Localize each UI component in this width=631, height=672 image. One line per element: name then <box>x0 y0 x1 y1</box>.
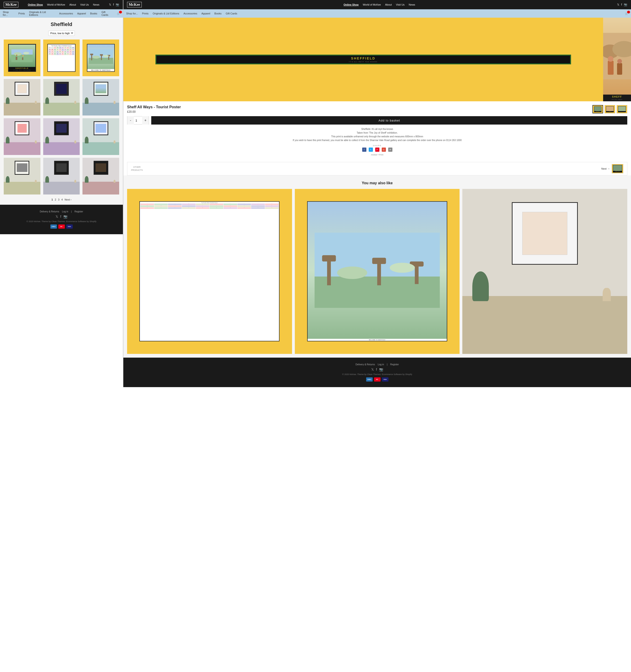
thumb-small-2[interactable]: SHEFF <box>605 105 615 113</box>
right-prints[interactable]: Prints <box>142 12 148 15</box>
svg-text:SHEFF: SHEFF <box>609 111 611 112</box>
right-facebook-icon[interactable]: f <box>621 3 622 6</box>
svg-point-16 <box>92 56 99 59</box>
share-pinterest[interactable]: P <box>375 148 380 152</box>
product-card-9[interactable] <box>82 118 119 155</box>
product-thumb-6 <box>82 79 119 116</box>
right-scroll[interactable]: SHEFFIELD IT'S ALL REYT THA KNOWS <box>123 18 631 387</box>
left-books[interactable]: Books <box>90 12 97 15</box>
hero-section: SHEFFIELD IT'S ALL REYT THA KNOWS <box>123 18 631 101</box>
left-accessories[interactable]: Accessories <box>59 12 73 15</box>
facebook-icon[interactable]: f <box>113 3 114 6</box>
left-footer-ig[interactable]: 📷 <box>64 215 67 218</box>
product-card-5[interactable] <box>43 79 80 116</box>
right-cart-icon[interactable]: 🛒0 <box>625 12 628 15</box>
may-card-2[interactable]: WELCOME TO SHEFFIELD <box>295 189 460 354</box>
right-instagram-icon[interactable]: 📷 <box>624 3 627 6</box>
next-button[interactable]: Next → SHEFFIELD <box>601 164 623 173</box>
right-shop-for[interactable]: Shop for... <box>126 12 138 15</box>
page-3[interactable]: 3 <box>58 198 59 201</box>
qty-control: - + <box>127 116 149 124</box>
sort-select[interactable]: Price, low to high <box>48 31 75 36</box>
left-nav-about[interactable]: About <box>70 3 76 6</box>
svg-rect-11 <box>90 54 93 55</box>
left-apparel[interactable]: Apparel <box>77 12 86 15</box>
svg-rect-62 <box>327 258 331 285</box>
right-delivery[interactable]: Delivery & Returns <box>356 363 375 366</box>
right-register[interactable]: Register <box>390 363 399 366</box>
left-footer-fb[interactable]: f <box>60 215 61 218</box>
thumb-small-1[interactable]: SHEFFIELD <box>592 105 603 113</box>
right-nav-world[interactable]: World of McKee <box>363 3 381 6</box>
may-card-1[interactable]: The Periodic Table of Sheffield Classics… <box>127 189 292 354</box>
left-login[interactable]: Log in <box>62 210 68 213</box>
right-gift-cards[interactable]: Gift Cards <box>225 12 237 15</box>
product-card-10[interactable] <box>4 158 41 194</box>
product-card-3[interactable]: WELCOME TO SHEFFIELD <box>82 40 119 76</box>
share-facebook[interactable]: f <box>362 148 366 152</box>
right-footer-fb[interactable]: f <box>376 367 377 371</box>
page-1[interactable]: 1 <box>52 198 53 201</box>
product-card-8[interactable] <box>43 118 80 155</box>
left-scroll[interactable]: Sheffield Price, low to high <box>0 18 123 387</box>
share-email[interactable]: ✉ <box>388 148 392 152</box>
hero-right-sub: IT'S ALL REYT <box>603 99 631 101</box>
instagram-icon[interactable]: 📷 <box>116 3 119 6</box>
product-card-2[interactable]: The Periodic Table of Sheffield Classics… <box>43 40 80 76</box>
right-footer-twitter[interactable]: 𝕏 <box>371 367 374 371</box>
qty-increase[interactable]: + <box>142 116 149 124</box>
left-footer-twitter[interactable]: 𝕏 <box>55 215 58 218</box>
add-to-basket-button[interactable]: Add to basket <box>151 116 627 124</box>
page-4[interactable]: 4 <box>61 198 63 201</box>
left-nav-world[interactable]: World of McKee <box>47 3 65 6</box>
left-nav-news[interactable]: News <box>93 3 99 6</box>
qty-input[interactable] <box>134 119 142 122</box>
right-logo[interactable]: McKee <box>127 2 142 7</box>
share-google[interactable]: G <box>382 148 386 152</box>
share-section: SHARE f 𝕏 P G ✉ mckee • Print <box>127 145 627 156</box>
twitter-icon[interactable]: 𝕏 <box>109 3 111 6</box>
left-originals[interactable]: Originals & Ltd Editions <box>29 11 55 16</box>
right-originals[interactable]: Originals & Ltd Editions <box>153 12 179 15</box>
right-nav-visit[interactable]: Visit Us <box>396 3 405 6</box>
page-2[interactable]: 2 <box>55 198 56 201</box>
left-delivery[interactable]: Delivery & Returns <box>40 210 59 213</box>
product-detail-price: £20.00 <box>127 110 181 113</box>
hero-main-image: SHEFFIELD IT'S ALL REYT THA KNOWS <box>155 55 571 64</box>
left-nav-online-shop[interactable]: Online Shop <box>28 3 43 6</box>
page-next[interactable]: Next › <box>65 198 71 201</box>
right-footer-ig[interactable]: 📷 <box>379 367 383 371</box>
product-card-6[interactable] <box>82 79 119 116</box>
product-card-4[interactable] <box>4 79 41 116</box>
left-gift-cards[interactable]: Gift Cards <box>101 11 113 16</box>
product-card-1[interactable]: SHEFFIELD IT'S ALL REYT THA KNOWS <box>4 40 41 76</box>
right-nav-online-shop[interactable]: Online Shop <box>344 3 359 6</box>
right-login[interactable]: Log in <box>378 363 384 366</box>
qty-decrease[interactable]: - <box>127 116 134 124</box>
left-sub-nav: Shop for... Prints Originals & Ltd Editi… <box>0 9 123 18</box>
left-nav-visit[interactable]: Visit Us <box>80 3 89 6</box>
svg-point-6 <box>16 55 18 56</box>
product-card-7[interactable] <box>4 118 41 155</box>
left-shop-for[interactable]: Shop for... <box>3 11 14 16</box>
desc-line-2: Taken from 'The Joy of Sheff' exhibition… <box>127 131 627 135</box>
right-accessories[interactable]: Accessories <box>184 12 197 15</box>
svg-rect-4 <box>16 57 17 60</box>
left-logo[interactable]: McKee <box>4 2 18 7</box>
thumb-small-3[interactable] <box>616 105 627 113</box>
may-card-3[interactable] <box>462 189 627 354</box>
right-books[interactable]: Books <box>214 12 222 15</box>
right-nav-news[interactable]: News <box>409 3 415 6</box>
right-nav-about[interactable]: About <box>385 3 392 6</box>
left-cart-icon[interactable]: 🛒1 <box>117 12 120 15</box>
may-thumb-3 <box>462 189 627 354</box>
product-description: Sheffield. It's all reyt tha knows Taken… <box>127 127 627 142</box>
left-register[interactable]: Register <box>74 210 83 213</box>
artwork-3: WELCOME TO SHEFFIELD <box>85 42 116 73</box>
right-twitter-icon[interactable]: 𝕏 <box>617 3 620 6</box>
left-prints[interactable]: Prints <box>18 12 25 15</box>
right-apparel[interactable]: Apparel <box>201 12 210 15</box>
share-twitter[interactable]: 𝕏 <box>369 148 373 152</box>
product-card-11[interactable] <box>43 158 80 194</box>
product-card-12[interactable] <box>82 158 119 194</box>
